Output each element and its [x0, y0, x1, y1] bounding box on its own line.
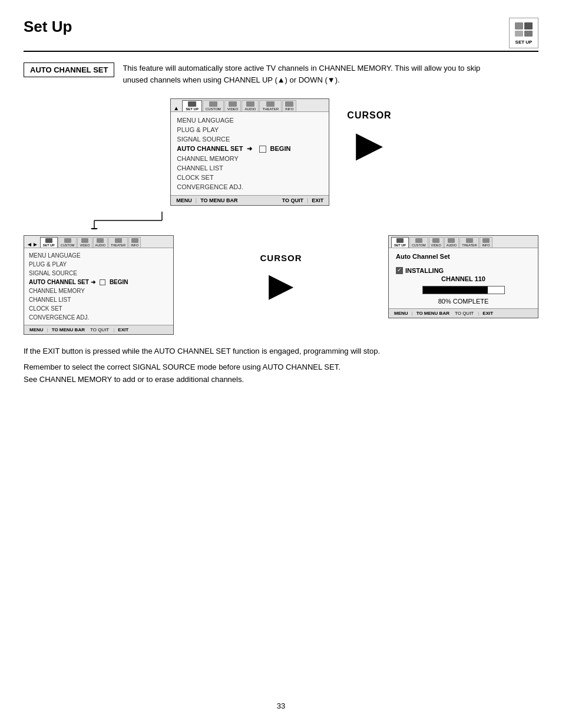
left-arrow-icon: ▶	[269, 269, 293, 301]
bottom-cursor-label: CURSOR	[260, 253, 302, 263]
page-header: Set Up SET UP	[24, 18, 538, 52]
setup-icon-box: SET UP	[509, 18, 538, 48]
bottom-left-menu-body: MENU LANGUAGE PLUG & PLAY SIGNAL SOURCE …	[24, 248, 173, 325]
menu-item-plug: PLUG & PLAY	[177, 125, 323, 134]
menu-item-convergence: CONVERGENCE ADJ.	[177, 182, 323, 192]
top-menu-body: MENU LANGUAGE PLUG & PLAY SIGNAL SOURCE …	[171, 112, 329, 195]
top-cursor-label: CURSOR	[347, 110, 391, 121]
body-text-section: If the EXIT button is pressed while the …	[24, 345, 538, 386]
svg-rect-1	[524, 22, 533, 29]
body-paragraph-1: If the EXIT button is pressed while the …	[24, 345, 538, 358]
top-menu-screen: ▲ SET UP CUSTOM VIDEO	[170, 98, 329, 206]
page-container: Set Up SET UP AUTO CHANNEL SET This feat…	[0, 0, 562, 728]
installing-checkbox	[396, 267, 403, 274]
progress-bar	[422, 286, 505, 294]
svg-marker-7	[91, 228, 98, 229]
auto-channel-bottom-bar: MENU | TO MENU BAR TO QUIT | EXIT	[389, 308, 538, 318]
page-number: 33	[0, 701, 562, 710]
body-paragraph-2: Remember to select the correct SIGNAL SO…	[24, 361, 538, 386]
top-cursor-arrow: ▶	[356, 127, 383, 162]
auto-channel-title: Auto Channel Set	[396, 253, 531, 260]
svg-rect-0	[515, 22, 523, 29]
feature-section: AUTO CHANNEL SET This feature will autom…	[24, 62, 538, 87]
page-title: Set Up	[24, 18, 72, 36]
svg-rect-2	[515, 31, 523, 37]
svg-rect-3	[524, 31, 533, 37]
bottom-left-menu-bottom: MENU | TO MENU BAR TO QUIT | EXIT	[24, 325, 173, 334]
top-menu-bottom-bar: MENU | TO MENU BAR TO QUIT | EXIT	[171, 195, 329, 205]
feature-description: This feature will automatically store ac…	[123, 62, 538, 87]
progress-label: 80% COMPLETE	[396, 298, 531, 305]
bottom-left-menu-screen: ◄► SET UP CUSTOM VIDEO	[24, 235, 174, 335]
installing-line: INSTALLING	[396, 267, 531, 274]
menu-item-channel-memory: CHANNEL MEMORY	[177, 154, 323, 163]
menu-item-channel-list: CHANNEL LIST	[177, 163, 323, 173]
menu-item-signal: SIGNAL SOURCE	[177, 134, 323, 144]
feature-label: AUTO CHANNEL SET	[24, 62, 114, 77]
setup-icon-label: SET UP	[513, 39, 534, 45]
menu-item-auto-channel: AUTO CHANNEL SET ➜ BEGIN	[177, 144, 323, 154]
progress-bar-fill	[423, 286, 488, 294]
menu-item-language: MENU LANGUAGE	[177, 116, 323, 125]
setup-icon-img	[513, 21, 534, 38]
auto-channel-screen: SET UP CUSTOM VIDEO AUDIO	[388, 235, 538, 318]
menu-item-clock: CLOCK SET	[177, 173, 323, 182]
channel-number: CHANNEL 110	[396, 275, 531, 282]
